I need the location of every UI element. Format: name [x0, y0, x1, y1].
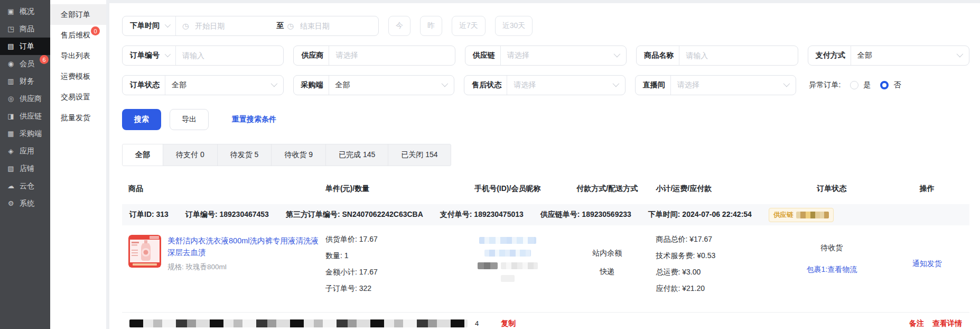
quick-7days-button[interactable]: 近7天 — [452, 16, 486, 36]
order-footer: 4 复制 备注 查看详情 — [122, 312, 969, 329]
live-room-select[interactable]: 请选择 — [671, 80, 782, 90]
order-number: 订单编号: 189230467453 — [185, 210, 269, 220]
order-status-tabs: 全部 待支付 0 待发货 5 待收货 9 已完成 145 已关闭 154 — [122, 144, 451, 166]
quantity: 数量: 1 — [325, 251, 457, 261]
order-status-filter[interactable]: 订单状态 全部 — [122, 75, 284, 95]
supply-chain-filter[interactable]: 供应链 请选择 — [465, 45, 627, 66]
notify-ship-link[interactable]: 通知发货 — [912, 259, 942, 300]
sidebar-item-apps[interactable]: ◈应用 — [0, 142, 50, 160]
member-cell — [457, 235, 558, 300]
after-sales-count-badge: 0 — [91, 26, 100, 35]
sidebar-item-shop[interactable]: ▧店铺 — [0, 160, 50, 177]
order-status-filter-label: 订单状态 — [123, 80, 165, 90]
sidebar-item-orders[interactable]: ▤订单 — [0, 38, 50, 55]
live-room-filter-label: 直播间 — [636, 80, 670, 90]
order-status-select[interactable]: 全部 — [165, 80, 269, 90]
payment-method-filter[interactable]: 支付方式 全部 — [808, 45, 969, 66]
order-id: 订单ID: 313 — [129, 210, 169, 220]
order-no-input[interactable] — [176, 51, 283, 60]
submenu-item-trade-settings[interactable]: 交易设置 — [50, 87, 106, 107]
product-title-link[interactable]: 美舒洁内衣洗衣液800ml洗内裤专用液清洗液深层去血渍 — [167, 235, 325, 259]
remark-link[interactable]: 备注 — [909, 319, 924, 328]
censored-chain-name — [796, 212, 829, 218]
product-info: 美舒洁内衣洗衣液800ml洗内裤专用液清洗液深层去血渍 规格: 玫瑰香800ml — [167, 235, 325, 300]
sidebar-item-label: 采购端 — [20, 129, 42, 139]
after-sale-status-filter[interactable]: 售后状态 请选择 — [464, 75, 626, 95]
sidebar-item-supply-chain[interactable]: ◨供应链 — [0, 107, 50, 125]
main-sidebar: ▣概况 ◳商品 ▤订单 ◉会员6 ▥财务 ◎供应商 ◨供应链 ▦采购端 ◈应用 … — [0, 0, 50, 329]
submenu-item-shipping-template[interactable]: 运费模板 — [50, 66, 106, 87]
sidebar-item-goods[interactable]: ◳商品 — [0, 20, 50, 38]
sidebar-item-system[interactable]: ⚙系统 — [0, 195, 50, 212]
sidebar-item-overview[interactable]: ▣概况 — [0, 3, 50, 20]
tab-completed[interactable]: 已完成 145 — [326, 144, 388, 166]
supply-unit-price: 供货单价: 17.67 — [325, 235, 457, 244]
payment-method-select[interactable]: 全部 — [851, 51, 955, 60]
order-no-type-select[interactable]: 订单编号 — [123, 51, 175, 60]
quick-today-button[interactable]: 今 — [388, 16, 410, 36]
submenu-item-all-orders[interactable]: 全部订单 — [50, 4, 106, 25]
radio-circle-icon — [850, 81, 858, 89]
tab-pending-payment[interactable]: 待支付 0 — [163, 144, 218, 166]
supply-chain-select[interactable]: 请选择 — [501, 51, 612, 60]
submenu-item-after-sales[interactable]: 售后维权0 — [50, 25, 106, 45]
clock-icon: ◷ — [182, 22, 189, 30]
abnormal-no-radio[interactable]: 否 — [880, 80, 901, 90]
third-party-order-number: 第三方订单编号: SN2407062242C63CBA — [286, 210, 423, 220]
sidebar-item-supplier[interactable]: ◎供应商 — [0, 90, 50, 107]
package-logistics-link[interactable]: 包裹1:查看物流 — [806, 263, 857, 275]
sidebar-item-members[interactable]: ◉会员6 — [0, 55, 50, 72]
purchase-end-filter[interactable]: 采购端 全部 — [293, 75, 455, 95]
sidebar-item-label: 云仓 — [20, 181, 34, 191]
tab-closed[interactable]: 已关闭 154 — [388, 144, 450, 166]
live-room-filter[interactable]: 直播间 请选择 — [635, 75, 797, 95]
sidebar-item-cloud-warehouse[interactable]: ☁云仓 — [0, 177, 50, 195]
sidebar-item-label: 概况 — [20, 7, 34, 16]
payment-delivery-cell: 站内余额 快递 — [558, 235, 656, 300]
tab-all[interactable]: 全部 — [123, 144, 163, 166]
view-detail-link[interactable]: 查看详情 — [932, 319, 962, 328]
sub-order-number: 子订单号: 322 — [325, 284, 457, 294]
tab-pending-shipment[interactable]: 待发货 5 — [218, 144, 272, 166]
abnormal-order-label: 异常订单: — [809, 80, 841, 90]
sidebar-item-label: 财务 — [20, 77, 34, 86]
date-to-label: 至 — [274, 21, 287, 31]
product-name-filter[interactable]: 商品名称 — [636, 45, 798, 66]
order-time: 下单时间: 2024-07-06 22:42:54 — [648, 210, 752, 220]
submenu-item-batch-ship[interactable]: 批量发货 — [50, 107, 106, 128]
submenu-item-label: 全部订单 — [61, 10, 90, 20]
reset-filters-link[interactable]: 重置搜索条件 — [232, 115, 276, 124]
copy-link[interactable]: 复制 — [501, 319, 516, 328]
purchase-end-select[interactable]: 全部 — [329, 80, 440, 90]
after-sale-status-select[interactable]: 请选择 — [507, 80, 611, 90]
shop-icon: ▧ — [7, 164, 15, 172]
order-row: 美舒洁内衣洗衣液800ml洗内裤专用液清洗液深层去血渍 规格: 玫瑰香800ml… — [122, 225, 969, 312]
sidebar-item-finance[interactable]: ▥财务 — [0, 72, 50, 90]
quick-yesterday-button[interactable]: 昨 — [420, 16, 442, 36]
date-type-select[interactable]: 下单时间 — [123, 21, 175, 31]
supplier-filter[interactable]: 供应商 请选择 — [293, 45, 455, 66]
chevron-down-icon — [442, 80, 449, 87]
chevron-down-icon — [270, 80, 277, 87]
submenu-item-export-list[interactable]: 导出列表 — [50, 45, 106, 66]
tab-pending-receipt[interactable]: 待收货 9 — [272, 144, 326, 166]
product-name-input[interactable] — [679, 51, 797, 60]
search-button[interactable]: 搜索 — [122, 109, 161, 130]
quick-30days-button[interactable]: 近30天 — [495, 16, 533, 36]
export-button[interactable]: 导出 — [170, 109, 209, 130]
service-fee: 技术服务费: ¥0.53 — [656, 251, 779, 261]
abnormal-yes-radio[interactable]: 是 — [850, 80, 871, 90]
supplier-select[interactable]: 请选择 — [329, 51, 454, 60]
censored-member-id — [484, 250, 531, 257]
amount-subtotal: 金额小计: 17.67 — [325, 268, 457, 277]
amount-payable: 应付款: ¥21.20 — [656, 284, 779, 294]
date-range-filter[interactable]: 下单时间 ◷ 至 ◷ — [122, 16, 379, 36]
order-no-filter[interactable]: 订单编号 — [122, 45, 284, 66]
finance-icon: ▥ — [7, 77, 15, 85]
sidebar-item-purchase[interactable]: ▦采购端 — [0, 125, 50, 142]
end-date-input[interactable] — [294, 22, 378, 30]
product-thumbnail[interactable] — [128, 235, 161, 268]
product-name-filter-label: 商品名称 — [637, 51, 679, 60]
start-date-input[interactable] — [189, 22, 273, 30]
censored-address — [129, 319, 468, 327]
